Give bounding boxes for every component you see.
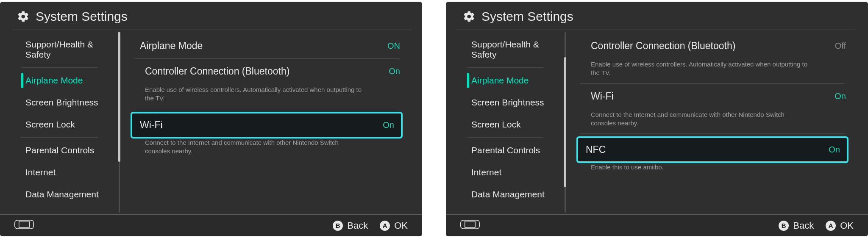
spacer (574, 134, 851, 138)
sidebar-item[interactable]: Internet (0, 161, 119, 183)
content: Controller Connection (Bluetooth)OffEnab… (565, 30, 868, 214)
sidebar-item[interactable]: Internet (446, 161, 565, 183)
ok-hint[interactable]: AOK (380, 220, 408, 231)
controller-icon (14, 219, 34, 232)
scrollbar[interactable] (565, 32, 566, 213)
sidebar: Support/Health & SafetyAirplane ModeScre… (0, 30, 119, 214)
a-button-icon: A (826, 221, 836, 231)
setting-value: On (389, 66, 400, 76)
setting-description: Enable use of wireless controllers. Auto… (128, 84, 405, 109)
sidebar-item[interactable]: Screen Lock (446, 113, 565, 136)
setting-value: Off (835, 41, 846, 51)
body: Support/Health & SafetyAirplane ModeScre… (446, 30, 868, 214)
setting-label: Wi-Fi (591, 91, 614, 102)
spacer (128, 109, 405, 113)
svg-rect-1 (19, 221, 30, 227)
sidebar-item[interactable]: Airplane Mode (446, 69, 565, 91)
setting-row[interactable]: Airplane ModeON (128, 33, 405, 58)
b-button-icon: B (333, 221, 343, 231)
sidebar-item[interactable]: Parental Controls (446, 139, 565, 161)
body: Support/Health & SafetyAirplane ModeScre… (0, 30, 422, 214)
sidebar-divider (21, 137, 97, 138)
sidebar-item[interactable]: Data Management (0, 183, 119, 205)
setting-label: NFC (586, 144, 606, 155)
setting-value: On (383, 120, 394, 130)
setting-value: On (835, 91, 846, 101)
b-button-icon: B (779, 221, 789, 231)
footer-hints: BBackAOK (779, 220, 854, 231)
sidebar-divider (467, 137, 543, 138)
gear-icon (17, 10, 30, 23)
sidebar-item[interactable]: Support/Health & Safety (0, 33, 119, 66)
ok-label: OK (840, 220, 854, 231)
footer: BBackAOK (446, 214, 868, 236)
setting-value: On (829, 145, 840, 155)
settings-screen: System SettingsSupport/Health & SafetyAi… (0, 2, 422, 236)
ok-label: OK (394, 220, 408, 231)
setting-row[interactable]: Controller Connection (Bluetooth)On (128, 59, 405, 84)
setting-description: Enable this to use amiibo. (574, 161, 851, 177)
back-label: Back (793, 220, 814, 231)
sidebar: Support/Health & SafetyAirplane ModeScre… (446, 30, 565, 214)
setting-value: ON (387, 41, 400, 51)
setting-description: Connect to the Internet and communicate … (128, 137, 405, 162)
setting-label: Airplane Mode (140, 40, 203, 52)
setting-row[interactable]: Wi-FiOn (574, 84, 851, 109)
sidebar-item[interactable]: Screen Brightness (446, 91, 565, 113)
setting-label: Controller Connection (Bluetooth) (591, 40, 735, 52)
svg-rect-3 (465, 221, 476, 227)
page-title: System Settings (481, 9, 573, 24)
setting-row[interactable]: Controller Connection (Bluetooth)Off (574, 33, 851, 58)
sidebar-item[interactable]: Parental Controls (0, 139, 119, 161)
setting-label: Controller Connection (Bluetooth) (145, 66, 289, 77)
sidebar-item[interactable]: Support/Health & Safety (446, 33, 565, 66)
back-hint[interactable]: BBack (779, 220, 814, 231)
sidebar-divider (21, 67, 97, 68)
back-label: Back (347, 220, 368, 231)
sidebar-item[interactable]: Airplane Mode (0, 69, 119, 91)
sidebar-item[interactable]: Screen Brightness (0, 91, 119, 113)
back-hint[interactable]: BBack (333, 220, 368, 231)
scrollbar-thumb[interactable] (118, 32, 120, 162)
settings-screen: System SettingsSupport/Health & SafetyAi… (446, 2, 868, 236)
page-title: System Settings (36, 9, 128, 24)
sidebar-item[interactable]: Screen Lock (0, 113, 119, 136)
setting-row-selected[interactable]: NFCOn (578, 138, 847, 161)
setting-row-selected[interactable]: Wi-FiOn (132, 113, 401, 137)
controller-icon (460, 219, 480, 232)
scrollbar-thumb[interactable] (564, 57, 566, 187)
ok-hint[interactable]: AOK (826, 220, 854, 231)
a-button-icon: A (380, 221, 390, 231)
sidebar-item[interactable]: Data Management (446, 183, 565, 205)
gear-icon (463, 10, 476, 23)
setting-label: Wi-Fi (140, 119, 163, 131)
content: Airplane ModeONController Connection (Bl… (119, 30, 422, 214)
setting-description: Enable use of wireless controllers. Auto… (574, 58, 851, 83)
header: System Settings (446, 2, 868, 30)
footer-hints: BBackAOK (333, 220, 408, 231)
header: System Settings (0, 2, 422, 30)
setting-description: Connect to the Internet and communicate … (574, 109, 851, 134)
sidebar-divider (467, 67, 543, 68)
footer: BBackAOK (0, 214, 422, 236)
scrollbar[interactable] (119, 32, 120, 213)
